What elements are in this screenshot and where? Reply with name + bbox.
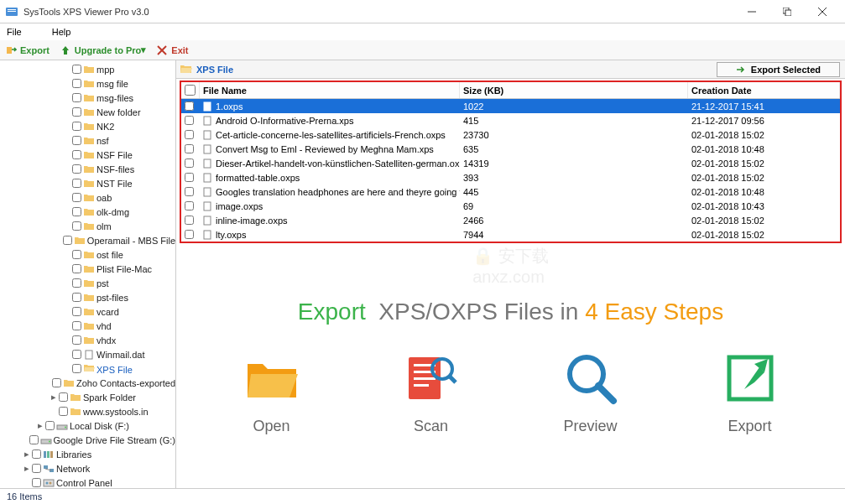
tree-checkbox[interactable]	[72, 136, 81, 145]
tree-node[interactable]: msg file	[0, 76, 175, 91]
tree-node[interactable]: ▸Network	[0, 461, 175, 475]
export-selected-button[interactable]: Export Selected	[717, 62, 840, 77]
tree-node[interactable]: olm	[0, 219, 175, 233]
tree-checkbox[interactable]	[59, 407, 68, 416]
tree-checkbox[interactable]	[59, 392, 68, 402]
tree-node[interactable]: NSF-files	[0, 162, 175, 176]
row-checkbox[interactable]	[185, 116, 194, 125]
tree-checkbox[interactable]	[72, 350, 81, 359]
tree-checkbox[interactable]	[72, 321, 81, 330]
row-checkbox[interactable]	[185, 173, 194, 182]
tree-node[interactable]: Google Drive File Stream (G:)	[0, 433, 175, 447]
table-row[interactable]: image.oxps6902-01-2018 10:43	[181, 199, 840, 213]
tree-node[interactable]: vhd	[0, 319, 175, 333]
table-row[interactable]: Convert Msg to Eml - Reviewed by Meghna …	[181, 142, 840, 156]
tree-checkbox[interactable]	[32, 449, 41, 459]
tree-node[interactable]: www.systools.in	[0, 404, 175, 418]
tree-checkbox[interactable]	[72, 107, 81, 117]
tree-node[interactable]: NST File	[0, 176, 175, 190]
tree-checkbox[interactable]	[72, 293, 81, 302]
tree-node[interactable]: ▸Local Disk (F:)	[0, 418, 175, 433]
header-checkbox[interactable]	[181, 82, 200, 98]
tree-checkbox[interactable]	[72, 264, 81, 273]
table-row[interactable]: inline-image.oxps246602-01-2018 15:02	[181, 213, 840, 227]
row-checkbox[interactable]	[185, 216, 194, 225]
tree-checkbox[interactable]	[72, 207, 81, 216]
tree-checkbox[interactable]	[72, 221, 81, 231]
table-row[interactable]: Android O-Informative-Prerna.xps41521-12…	[181, 113, 840, 127]
tree-checkbox[interactable]	[72, 122, 81, 131]
row-checkbox[interactable]	[185, 230, 194, 239]
file-icon	[203, 101, 213, 112]
close-button[interactable]	[805, 0, 840, 23]
row-checkbox[interactable]	[185, 187, 194, 196]
menu-help[interactable]: Help	[52, 27, 71, 37]
table-row[interactable]: 1.oxps102221-12-2017 15:41	[181, 99, 840, 113]
header-filename[interactable]: File Name	[200, 82, 460, 98]
tree-checkbox[interactable]	[72, 193, 81, 202]
table-row[interactable]: Cet-article-concerne-les-satellites-arti…	[181, 127, 840, 142]
row-checkbox[interactable]	[185, 158, 194, 168]
tree-checkbox[interactable]	[32, 478, 41, 487]
tree-checkbox[interactable]	[72, 364, 81, 373]
maximize-button[interactable]	[769, 0, 805, 23]
upgrade-button[interactable]: Upgrade to Pro▾	[60, 44, 146, 56]
tree-node[interactable]: ▸Libraries	[0, 447, 175, 461]
tree-checkbox[interactable]	[72, 164, 81, 174]
tree-checkbox[interactable]	[72, 307, 81, 316]
tree-twisty-icon[interactable]: ▸	[35, 420, 45, 431]
tree-checkbox[interactable]	[72, 93, 81, 102]
row-checkbox[interactable]	[185, 101, 194, 111]
table-row[interactable]: Dieser-Artikel-handelt-von-künstlichen-S…	[181, 156, 840, 170]
tree-twisty-icon[interactable]: ▸	[22, 449, 32, 460]
tree-node[interactable]: pst-files	[0, 290, 175, 304]
row-checkbox[interactable]	[185, 144, 194, 153]
tree-node[interactable]: XPS File	[0, 361, 175, 376]
tree-node[interactable]: ▸Spark Folder	[0, 390, 175, 404]
tree-node[interactable]: pst	[0, 276, 175, 290]
svg-rect-30	[204, 188, 211, 196]
row-checkbox[interactable]	[185, 130, 194, 139]
tree-node[interactable]: Winmail.dat	[0, 347, 175, 361]
tree-checkbox[interactable]	[72, 278, 81, 288]
tree-checkbox[interactable]	[45, 421, 55, 430]
tree-checkbox[interactable]	[32, 464, 41, 473]
tree-node[interactable]: oab	[0, 190, 175, 205]
tree-node[interactable]: vhdx	[0, 333, 175, 347]
header-date[interactable]: Creation Date	[688, 82, 840, 98]
tree-checkbox[interactable]	[29, 435, 39, 444]
tree-node[interactable]: vcard	[0, 304, 175, 319]
tree-node[interactable]: Operamail - MBS File	[0, 233, 175, 247]
tree-checkbox[interactable]	[72, 150, 81, 159]
tree-checkbox[interactable]	[52, 378, 61, 387]
tree-checkbox[interactable]	[72, 250, 81, 259]
export-button[interactable]: Export	[5, 44, 50, 56]
tree-checkbox[interactable]	[63, 236, 72, 245]
tree-node[interactable]: Zoho Contacts-exported	[0, 376, 175, 390]
exit-button[interactable]: Exit	[156, 44, 188, 56]
table-row[interactable]: lty.oxps794402-01-2018 15:02	[181, 227, 840, 242]
tree-checkbox[interactable]	[72, 65, 81, 74]
table-row[interactable]: formatted-table.oxps39302-01-2018 15:02	[181, 170, 840, 184]
tree-node[interactable]: mpp	[0, 62, 175, 76]
tree-node[interactable]: NSF File	[0, 148, 175, 162]
tree-twisty-icon[interactable]: ▸	[49, 392, 59, 403]
tree-checkbox[interactable]	[72, 335, 81, 345]
tree-checkbox[interactable]	[72, 79, 81, 88]
tree-node[interactable]: New folder	[0, 105, 175, 119]
tree-node[interactable]: NK2	[0, 119, 175, 133]
header-size[interactable]: Size (KB)	[460, 82, 688, 98]
tree-node[interactable]: Plist File-Mac	[0, 262, 175, 276]
tree-node[interactable]: ost file	[0, 247, 175, 262]
tree-twisty-icon[interactable]: ▸	[22, 463, 32, 474]
minimize-button[interactable]	[734, 0, 769, 23]
row-checkbox[interactable]	[185, 201, 194, 210]
tree-node[interactable]: olk-dmg	[0, 205, 175, 219]
tree-node[interactable]: msg-files	[0, 91, 175, 105]
tree-node[interactable]: Control Panel	[0, 475, 175, 488]
menu-file[interactable]: File	[7, 27, 22, 37]
folder-tree[interactable]: mppmsg filemsg-filesNew folderNK2nsfNSF …	[0, 60, 176, 488]
tree-checkbox[interactable]	[72, 179, 81, 188]
tree-node[interactable]: nsf	[0, 133, 175, 148]
table-row[interactable]: Googles translation headphones are here …	[181, 184, 840, 199]
